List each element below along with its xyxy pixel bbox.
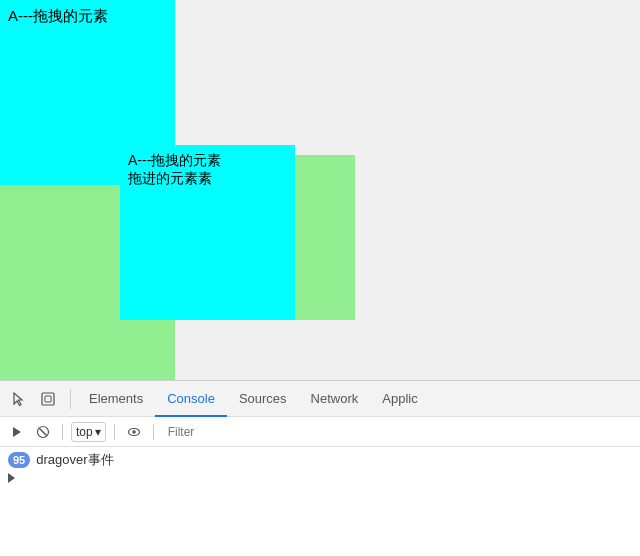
tab-console[interactable]: Console (155, 381, 227, 417)
block-a-overlay-label: A---拖拽的元素拖进的元素素 (128, 151, 221, 187)
block-a-overlay: A---拖拽的元素拖进的元素素 (120, 145, 295, 320)
ctrl-separator-3 (153, 424, 154, 440)
log-badge: 95 (8, 452, 30, 468)
block-a-label: A---拖拽的元素 (8, 6, 108, 26)
ctrl-separator-2 (114, 424, 115, 440)
tab-separator-1 (70, 389, 71, 409)
log-message: dragover事件 (36, 451, 113, 469)
svg-point-6 (132, 430, 136, 434)
log-expand-button[interactable] (0, 471, 640, 485)
svg-rect-0 (42, 393, 54, 405)
eye-button[interactable] (123, 421, 145, 443)
top-dropdown[interactable]: top ▾ (71, 422, 106, 442)
top-label: top (76, 425, 93, 439)
console-log-area: 95 dragover事件 (0, 447, 640, 556)
main-content: B---A被拖进的元素 A---拖拽的元素 A---拖拽的元素拖进的元素素 (0, 0, 640, 380)
tab-sources[interactable]: Sources (227, 381, 299, 417)
tab-network[interactable]: Network (299, 381, 371, 417)
svg-line-4 (40, 428, 47, 435)
svg-rect-1 (45, 396, 51, 402)
cursor-icon[interactable] (4, 385, 32, 413)
tab-elements[interactable]: Elements (77, 381, 155, 417)
filter-input[interactable] (162, 423, 634, 441)
chevron-right-icon (8, 473, 15, 483)
tab-application[interactable]: Applic (370, 381, 429, 417)
stop-button[interactable] (32, 421, 54, 443)
devtools-panel: Elements Console Sources Network Applic (0, 380, 640, 556)
ctrl-separator-1 (62, 424, 63, 440)
log-entry-dragover: 95 dragover事件 (0, 449, 640, 471)
inspect-icon[interactable] (34, 385, 62, 413)
block-right-green (295, 155, 355, 320)
console-controls: top ▾ (0, 417, 640, 447)
devtools-tab-bar: Elements Console Sources Network Applic (0, 381, 640, 417)
play-button[interactable] (6, 421, 28, 443)
svg-marker-2 (13, 427, 21, 437)
dropdown-chevron-icon: ▾ (95, 425, 101, 439)
